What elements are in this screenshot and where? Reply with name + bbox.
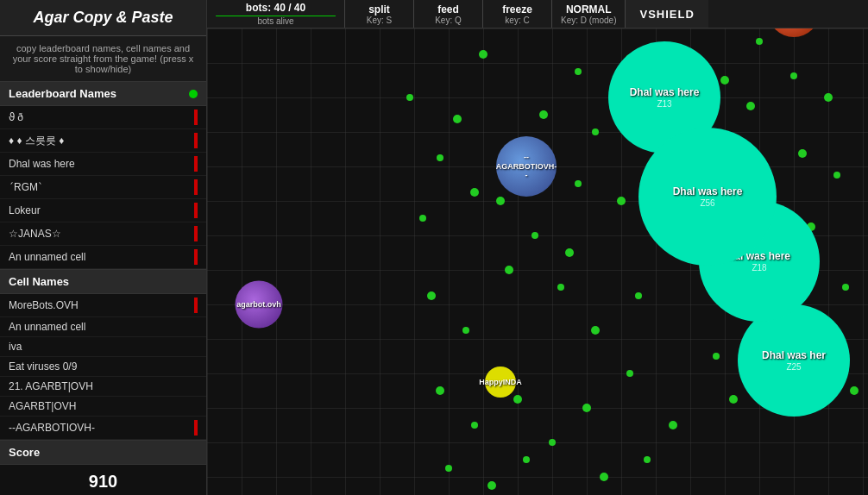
app-title: Agar Copy & Paste bbox=[0, 0, 206, 36]
food-dot bbox=[487, 481, 496, 490]
score-value: 910 bbox=[89, 472, 117, 492]
food-dot bbox=[833, 172, 840, 179]
freeze-section: freeze key: C bbox=[483, 0, 552, 28]
food-dot bbox=[549, 439, 556, 446]
food-dot bbox=[824, 93, 833, 102]
food-dot bbox=[790, 72, 797, 79]
leaderboard-header: Leaderboard Names bbox=[0, 82, 206, 106]
food-dot bbox=[592, 128, 599, 135]
food-dot bbox=[531, 232, 538, 239]
bg-number-1: 1 bbox=[233, 28, 329, 175]
food-dot bbox=[746, 102, 755, 110]
food-dot bbox=[644, 456, 651, 463]
score-header: Score bbox=[0, 441, 206, 465]
food-dot bbox=[713, 353, 720, 360]
food-dot bbox=[729, 395, 738, 404]
food-dot bbox=[850, 386, 859, 395]
food-dot bbox=[600, 473, 608, 481]
cellnames-header-label: Cell Names bbox=[9, 275, 69, 288]
leaderboard-item: Lokeur bbox=[0, 199, 206, 222]
food-dot bbox=[798, 149, 807, 158]
food-dot bbox=[406, 94, 413, 101]
bots-section: bots: 40 / 40 bots alive bbox=[207, 0, 345, 28]
food-dot bbox=[756, 38, 763, 45]
food-dot bbox=[557, 284, 564, 291]
game-cell-dhal2: Dhal was hereZ56 bbox=[638, 128, 777, 266]
cellname-item: An unnamed cell bbox=[0, 317, 206, 337]
cellnames-header: Cell Names bbox=[0, 270, 206, 294]
food-dot bbox=[575, 68, 582, 75]
food-dot bbox=[419, 215, 426, 222]
top-bar: bots: 40 / 40 bots alive split Key: S fe… bbox=[207, 0, 868, 28]
cellname-item: Eat viruses 0/9 bbox=[0, 357, 206, 377]
food-dot bbox=[626, 370, 633, 377]
food-dot bbox=[591, 326, 600, 335]
cellname-item: MoreBots.OVH bbox=[0, 294, 206, 317]
game-canvas: 1 5 HappyINDADhal was hereZ13Dhal was he… bbox=[207, 28, 868, 495]
feed-section: feed Key: Q bbox=[414, 0, 483, 28]
leaderboard-item: ϑ ð bbox=[0, 106, 206, 129]
game-cell-top-cell: --ACARBOTIOVH- bbox=[768, 28, 820, 37]
split-label: split bbox=[368, 3, 390, 16]
food-dot bbox=[445, 465, 452, 472]
food-dot bbox=[462, 327, 469, 334]
freeze-label: freeze bbox=[502, 3, 532, 16]
food-dot bbox=[523, 456, 530, 463]
food-dot bbox=[635, 292, 642, 299]
split-key: Key: S bbox=[367, 16, 392, 25]
normal-key: Key: D (mode) bbox=[561, 16, 616, 25]
food-dot bbox=[565, 248, 574, 257]
yellow-cell: HappyINDA bbox=[485, 367, 516, 398]
food-dot bbox=[842, 284, 849, 291]
cellnames-list: MoreBots.OVHAn unnamed cellivaEat viruse… bbox=[0, 294, 206, 441]
game-cell-player: agarbot.ovh bbox=[236, 281, 283, 329]
food-dot bbox=[582, 404, 591, 412]
food-dot bbox=[720, 76, 729, 85]
food-dot bbox=[437, 154, 443, 161]
score-header-label: Score bbox=[9, 446, 40, 459]
cellname-item: --AGARBOTIOVH- bbox=[0, 417, 206, 440]
bots-count: bots: 40 / 40 bbox=[246, 2, 305, 14]
food-dot bbox=[470, 188, 479, 197]
app-description: copy leaderboard names, cell names and y… bbox=[0, 36, 206, 82]
feed-key: Key: Q bbox=[435, 16, 462, 25]
freeze-key: key: C bbox=[505, 16, 529, 25]
leaderboard-status-dot bbox=[189, 90, 198, 98]
food-dot bbox=[479, 50, 487, 59]
leaderboard-item: ☆JANAS☆ bbox=[0, 222, 206, 246]
normal-section: NORMAL Key: D (mode) bbox=[552, 0, 626, 28]
game-cell-agarbot: --AGARBOTIOVH-- bbox=[496, 136, 557, 197]
food-dot bbox=[617, 197, 626, 205]
leaderboard-item: ˊRGMˋ bbox=[0, 176, 206, 199]
food-dot bbox=[471, 422, 478, 429]
food-dot bbox=[539, 110, 548, 119]
leaderboard-item: ♦ ♦ 스릇릇 ♦ bbox=[0, 129, 206, 153]
normal-label: NORMAL bbox=[566, 3, 612, 16]
leaderboard-item: Dhal was here bbox=[0, 153, 206, 176]
leaderboard-list: ϑ ð♦ ♦ 스릇릇 ♦Dhal was hereˊRGMˋLokeur☆JAN… bbox=[0, 106, 206, 270]
food-dot bbox=[505, 266, 513, 274]
leaderboard-header-label: Leaderboard Names bbox=[9, 87, 116, 100]
food-dot bbox=[575, 180, 582, 187]
sidebar: Agar Copy & Paste copy leaderboard names… bbox=[0, 0, 207, 495]
food-dot bbox=[436, 386, 444, 395]
split-section: split Key: S bbox=[345, 0, 414, 28]
food-dot bbox=[513, 395, 522, 404]
cellname-item: 21. AGARBT|OVH bbox=[0, 377, 206, 397]
score-section: 910 bbox=[0, 465, 206, 495]
feed-label: feed bbox=[437, 3, 459, 16]
food-dot bbox=[427, 291, 436, 300]
bots-alive-label: bots alive bbox=[257, 16, 293, 26]
leaderboard-item: An unnamed cell bbox=[0, 246, 206, 269]
vshield-button[interactable]: VSHIELD bbox=[626, 0, 708, 28]
food-dot bbox=[669, 421, 677, 429]
food-dot bbox=[453, 115, 462, 123]
cellname-item: iva bbox=[0, 337, 206, 357]
cellname-item: AGARBT|OVH bbox=[0, 397, 206, 417]
food-dot bbox=[496, 197, 505, 205]
